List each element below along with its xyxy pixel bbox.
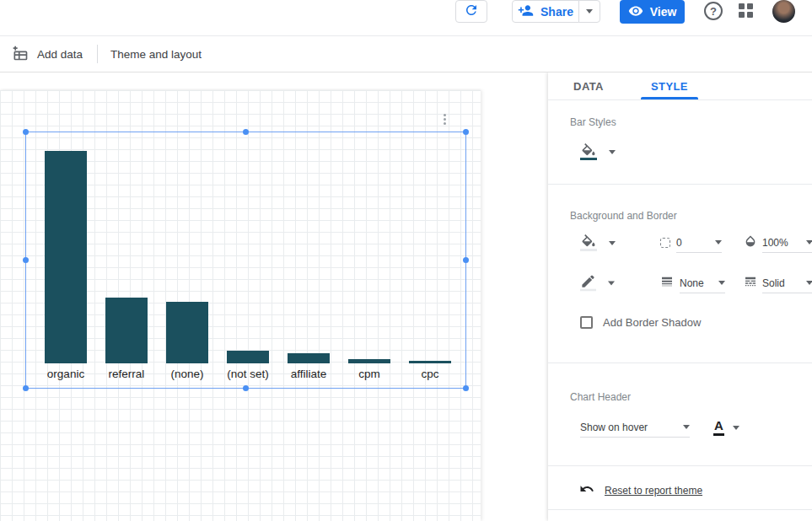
- chevron-down-icon: [586, 9, 593, 13]
- help-icon: ?: [710, 5, 717, 18]
- add-data-button[interactable]: Add data: [12, 45, 83, 64]
- properties-panel: DATA STYLE Bar Styles Background and Bor…: [548, 73, 812, 521]
- eye-icon: [628, 3, 643, 21]
- theme-layout-label: Theme and layout: [110, 48, 202, 61]
- resize-handle-bottom-middle[interactable]: [243, 385, 249, 391]
- bar-label: cpm: [358, 363, 380, 382]
- paint-bucket-icon: [580, 234, 597, 251]
- chevron-down-icon: [608, 282, 615, 286]
- resize-handle-middle-left[interactable]: [23, 257, 29, 263]
- theme-and-layout-button[interactable]: Theme and layout: [110, 48, 202, 61]
- topbar: Share View ?: [0, 0, 812, 36]
- bar-styles-title: Bar Styles: [570, 116, 812, 128]
- border-style-value: Solid: [762, 277, 785, 289]
- add-data-label: Add data: [37, 48, 83, 61]
- border-weight-value: None: [680, 277, 704, 289]
- chart-header-mode-select[interactable]: Show on hover: [580, 417, 690, 438]
- bar[interactable]: [166, 302, 208, 363]
- chevron-down-icon: [718, 281, 725, 285]
- toolbar-divider: [97, 45, 98, 63]
- line-weight-icon: [660, 275, 674, 292]
- undo-icon[interactable]: [579, 481, 594, 500]
- bar-label: (none): [170, 363, 203, 382]
- background-color-picker[interactable]: [580, 234, 616, 251]
- bar-label: affiliate: [291, 363, 327, 382]
- panel-footer-space: [548, 509, 812, 521]
- user-avatar[interactable]: [772, 0, 795, 23]
- bar-label: cpc: [421, 363, 438, 382]
- bar-group[interactable]: cpm: [348, 132, 390, 382]
- resize-handle-middle-right[interactable]: [463, 257, 469, 263]
- section-chart-header: Chart Header Show on hover A: [548, 363, 812, 465]
- bar-fill-color-caret-icon[interactable]: [609, 150, 616, 154]
- border-style-select[interactable]: Solid: [744, 273, 812, 293]
- tab-data[interactable]: DATA: [548, 73, 629, 99]
- bar-group[interactable]: referral: [105, 132, 148, 382]
- text-color-icon: A: [713, 419, 724, 436]
- chart-overflow-menu[interactable]: [442, 112, 448, 126]
- share-button[interactable]: Share: [512, 0, 579, 23]
- person-add-icon: [518, 3, 534, 21]
- section-bar-styles: Bar Styles: [548, 100, 812, 184]
- chevron-down-icon: [609, 241, 616, 245]
- bar-label: (not set): [227, 363, 269, 382]
- report-canvas[interactable]: organicreferral(none)(not set)affiliatec…: [0, 90, 481, 521]
- share-dropdown-button[interactable]: [578, 0, 600, 23]
- border-color-picker[interactable]: [580, 276, 615, 292]
- chart-header-mode-value: Show on hover: [580, 422, 648, 433]
- selected-bar-chart[interactable]: organicreferral(none)(not set)affiliatec…: [25, 132, 466, 389]
- border-radius-value: 0: [676, 237, 682, 249]
- line-style-icon: [744, 275, 757, 292]
- border-radius-select[interactable]: 0: [660, 233, 722, 253]
- bar[interactable]: [105, 298, 148, 363]
- border-weight-select[interactable]: None: [660, 273, 725, 293]
- section-reset: Reset to report theme: [548, 465, 812, 509]
- chevron-down-icon: [683, 425, 690, 429]
- border-shadow-checkbox[interactable]: [580, 316, 593, 329]
- add-data-icon: [12, 45, 29, 64]
- bar-group[interactable]: (none): [166, 132, 208, 382]
- tab-style[interactable]: STYLE: [629, 73, 710, 99]
- workspace: organicreferral(none)(not set)affiliatec…: [0, 73, 548, 521]
- bar-group[interactable]: organic: [45, 132, 87, 382]
- bar-group[interactable]: (not set): [227, 132, 269, 382]
- background-border-title: Background and Border: [570, 210, 812, 222]
- resize-handle-top-right[interactable]: [463, 129, 469, 135]
- chevron-down-icon: [806, 281, 812, 285]
- resize-handle-bottom-right[interactable]: [463, 385, 469, 391]
- reset-theme-link[interactable]: Reset to report theme: [605, 485, 702, 497]
- bar-label: organic: [47, 363, 84, 382]
- chevron-down-icon: [733, 426, 739, 430]
- bar-chart: organicreferral(none)(not set)affiliatec…: [26, 132, 465, 382]
- view-button[interactable]: View: [620, 0, 685, 24]
- bar-group[interactable]: affiliate: [288, 132, 330, 382]
- share-button-label: Share: [540, 5, 573, 19]
- border-shadow-label: Add Border Shadow: [603, 316, 701, 329]
- resize-handle-top-middle[interactable]: [243, 129, 249, 135]
- opacity-select[interactable]: 100%: [744, 233, 812, 253]
- border-pencil-icon: [580, 276, 596, 292]
- refresh-button[interactable]: [455, 0, 487, 23]
- resize-handle-top-left[interactable]: [23, 129, 29, 135]
- refresh-icon: [464, 3, 479, 21]
- view-button-label: View: [650, 5, 677, 19]
- section-background-border: Background and Border 0: [548, 184, 812, 363]
- opacity-value: 100%: [762, 237, 788, 249]
- chevron-down-icon: [715, 240, 722, 244]
- edit-toolbar: Add data Theme and layout: [0, 36, 812, 73]
- border-radius-icon: [660, 238, 670, 248]
- bar-label: referral: [109, 363, 145, 382]
- apps-grid-icon[interactable]: [739, 3, 753, 18]
- chevron-down-icon: [806, 240, 812, 244]
- panel-tabs: DATA STYLE: [548, 73, 812, 100]
- opacity-droplet-icon: [744, 234, 757, 251]
- help-button[interactable]: ?: [704, 2, 723, 20]
- chart-header-title: Chart Header: [570, 391, 812, 403]
- bar[interactable]: [45, 151, 87, 363]
- header-font-color-picker[interactable]: A: [713, 419, 739, 436]
- resize-handle-bottom-left[interactable]: [23, 385, 29, 391]
- bar[interactable]: [227, 351, 269, 363]
- bar[interactable]: [288, 353, 330, 363]
- bar-fill-color-icon[interactable]: [580, 143, 597, 160]
- bar-group[interactable]: cpc: [409, 132, 451, 382]
